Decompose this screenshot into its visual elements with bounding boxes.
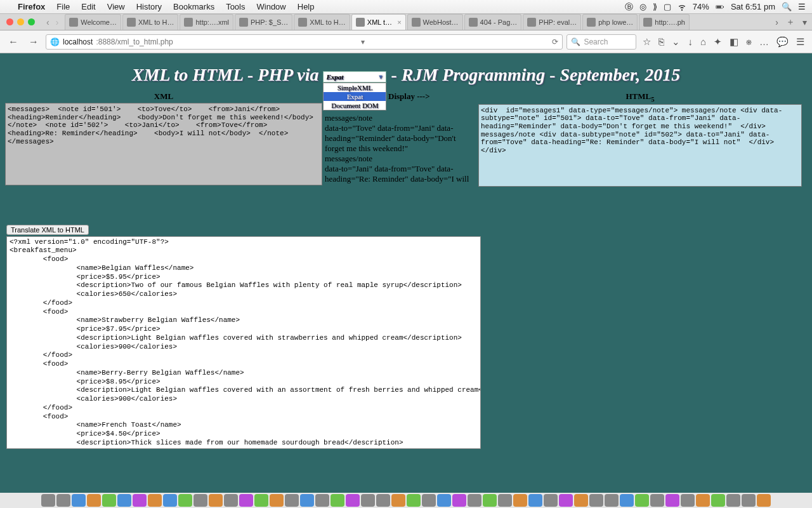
dock-app-icon[interactable] bbox=[148, 494, 162, 507]
browser-tab[interactable]: Welcome… bbox=[65, 14, 121, 30]
new-tab-button[interactable]: ＋ bbox=[786, 17, 795, 28]
parser-option-simplexml[interactable]: SimpleXML bbox=[324, 83, 386, 92]
dock-app-icon[interactable] bbox=[315, 494, 329, 507]
dock-app-icon[interactable] bbox=[513, 494, 527, 507]
close-tab-icon[interactable]: × bbox=[397, 18, 401, 26]
addon-icon-1[interactable]: ✦ bbox=[714, 36, 722, 48]
home-icon[interactable]: ⌂ bbox=[700, 36, 706, 47]
dock-app-icon[interactable] bbox=[376, 494, 390, 507]
dock-app-icon[interactable] bbox=[239, 494, 253, 507]
url-bar[interactable]: 🌐 localhost:8888/xml_to_html.php ▾ ⟳ bbox=[46, 34, 563, 50]
dock-app-icon[interactable] bbox=[178, 494, 192, 507]
parser-select[interactable]: Expat ▼ bbox=[323, 71, 386, 83]
dock-app-icon[interactable] bbox=[72, 494, 86, 507]
dock-app-icon[interactable] bbox=[498, 494, 512, 507]
reload-button[interactable]: ⟳ bbox=[552, 37, 558, 46]
hamburger-menu-icon[interactable]: ☰ bbox=[796, 36, 804, 48]
clipboard-icon[interactable]: ⎘ bbox=[658, 36, 664, 47]
dock-app-icon[interactable] bbox=[681, 494, 695, 507]
forward-button[interactable]: → bbox=[25, 34, 42, 50]
dock-app-icon[interactable] bbox=[757, 494, 771, 507]
downloads-icon[interactable]: ↓ bbox=[688, 36, 693, 47]
dock-app-icon[interactable] bbox=[117, 494, 131, 507]
dock-app-icon[interactable] bbox=[254, 494, 268, 507]
dock-app-icon[interactable] bbox=[56, 494, 70, 507]
translate-button[interactable]: Translate XML to HTML bbox=[6, 225, 89, 235]
dock-app-icon[interactable] bbox=[102, 494, 116, 507]
menu-view[interactable]: View bbox=[107, 2, 125, 11]
browser-tab[interactable]: WebHost… bbox=[407, 14, 463, 30]
dock-app-icon[interactable] bbox=[285, 494, 299, 507]
clock[interactable]: Sat 6:51 pm bbox=[731, 2, 775, 11]
dock-app-icon[interactable] bbox=[331, 494, 344, 507]
browser-tab[interactable]: http:….ph bbox=[639, 14, 690, 30]
dock-app-icon[interactable] bbox=[635, 494, 649, 507]
dock-app-icon[interactable] bbox=[605, 494, 619, 507]
app-name[interactable]: Firefox bbox=[18, 2, 45, 11]
dock-app-icon[interactable] bbox=[452, 494, 466, 507]
spotlight-icon[interactable]: 🔍 bbox=[782, 2, 792, 11]
menu-tools[interactable]: Tools bbox=[226, 2, 245, 11]
dock-app-icon[interactable] bbox=[193, 494, 207, 507]
addon-icon-2[interactable]: ◧ bbox=[730, 36, 738, 48]
status-icon-rangle[interactable]: ⟫ bbox=[653, 2, 657, 11]
dock-app-icon[interactable] bbox=[559, 494, 573, 507]
dock-app-icon[interactable] bbox=[574, 494, 588, 507]
dock-app-icon[interactable] bbox=[726, 494, 740, 507]
browser-tab[interactable]: XML t…× bbox=[351, 14, 406, 30]
addon-icon-4[interactable]: … bbox=[759, 36, 769, 47]
dock-app-icon[interactable] bbox=[361, 494, 375, 507]
parser-option-expat[interactable]: Expat bbox=[324, 92, 386, 101]
dock-app-icon[interactable] bbox=[300, 494, 314, 507]
browser-tab[interactable]: http:….xml bbox=[180, 14, 233, 30]
pocket-icon[interactable]: ⌄ bbox=[672, 36, 680, 48]
dock-app-icon[interactable] bbox=[742, 494, 756, 507]
browser-tab[interactable]: XML to H… bbox=[122, 14, 178, 30]
bookmark-star-icon[interactable]: ☆ bbox=[643, 36, 651, 48]
html-output-textarea[interactable] bbox=[478, 104, 802, 187]
tab-history-back-icon[interactable]: ‹ bbox=[46, 17, 49, 27]
dock-app-icon[interactable] bbox=[711, 494, 725, 507]
close-window-button[interactable] bbox=[6, 18, 13, 25]
status-icon-b[interactable]: Ⓑ bbox=[625, 1, 633, 13]
dock-app-icon[interactable] bbox=[407, 494, 421, 507]
dock-app-icon[interactable] bbox=[346, 494, 360, 507]
dock-app-icon[interactable] bbox=[41, 494, 55, 507]
dock-app-icon[interactable] bbox=[87, 494, 101, 507]
menu-edit[interactable]: Edit bbox=[81, 2, 95, 11]
dock-app-icon[interactable] bbox=[665, 494, 679, 507]
all-tabs-button[interactable]: ▾ bbox=[802, 17, 807, 27]
addon-icon-3[interactable]: ⎈ bbox=[746, 36, 752, 47]
chat-icon[interactable]: 💬 bbox=[776, 36, 789, 48]
dock-app-icon[interactable] bbox=[437, 494, 451, 507]
notification-center-icon[interactable]: ☰ bbox=[798, 2, 806, 11]
back-button[interactable]: ← bbox=[5, 34, 22, 50]
dock-app-icon[interactable] bbox=[620, 494, 634, 507]
dock-app-icon[interactable] bbox=[483, 494, 497, 507]
parser-option-documentdom[interactable]: Document DOM bbox=[324, 101, 386, 110]
dock-app-icon[interactable] bbox=[224, 494, 238, 507]
browser-tab[interactable]: PHP: $_S… bbox=[235, 14, 292, 30]
menu-file[interactable]: File bbox=[56, 2, 70, 11]
zoom-window-button[interactable] bbox=[28, 18, 35, 25]
dock-app-icon[interactable] bbox=[391, 494, 405, 507]
dock-app-icon[interactable] bbox=[209, 494, 223, 507]
dock-app-icon[interactable] bbox=[163, 494, 177, 507]
xml-editor-textarea[interactable]: <?xml version="1.0" encoding="UTF-8"?> <… bbox=[6, 236, 481, 449]
dock-app-icon[interactable] bbox=[589, 494, 603, 507]
xml-source-textarea[interactable] bbox=[5, 103, 322, 185]
menu-window[interactable]: Window bbox=[257, 2, 286, 11]
dock-app-icon[interactable] bbox=[696, 494, 710, 507]
dock-app-icon[interactable] bbox=[468, 494, 481, 507]
menu-history[interactable]: History bbox=[136, 2, 162, 11]
reader-mode-icon[interactable]: ▾ bbox=[361, 37, 365, 46]
tab-overflow-icon[interactable]: › bbox=[775, 17, 778, 27]
dock-app-icon[interactable] bbox=[270, 494, 284, 507]
tab-history-fwd-icon[interactable]: › bbox=[56, 17, 59, 27]
minimize-window-button[interactable] bbox=[17, 18, 24, 25]
dock-app-icon[interactable] bbox=[133, 494, 147, 507]
browser-tab[interactable]: php lowe… bbox=[582, 14, 638, 30]
dock-app-icon[interactable] bbox=[422, 494, 436, 507]
dock-app-icon[interactable] bbox=[544, 494, 558, 507]
menu-bookmarks[interactable]: Bookmarks bbox=[173, 2, 214, 11]
